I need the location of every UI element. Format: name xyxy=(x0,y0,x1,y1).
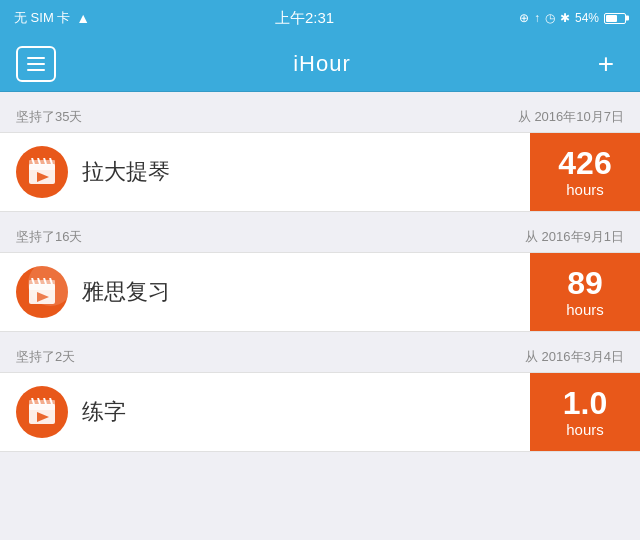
activity-left-1: 雅思复习 xyxy=(0,266,530,318)
arrow-icon: ↑ xyxy=(534,11,540,25)
group-date-0: 从 2016年10月7日 xyxy=(518,108,624,126)
svg-rect-9 xyxy=(29,284,55,290)
svg-line-10 xyxy=(32,278,34,284)
group-days-0: 坚持了35天 xyxy=(16,108,82,126)
status-bar: 无 SIM 卡 ▲ 上午2:31 ⊕ ↑ ◷ ✱ 54% xyxy=(0,0,640,36)
svg-rect-6 xyxy=(29,160,55,165)
status-left: 无 SIM 卡 ▲ xyxy=(14,9,90,27)
activity-name-1: 雅思复习 xyxy=(82,277,170,307)
activity-group-1: 坚持了16天 从 2016年9月1日 xyxy=(0,222,640,332)
hours-label-1: hours xyxy=(566,301,604,318)
activity-group-0: 坚持了35天 从 2016年10月7日 xyxy=(0,102,640,212)
app-title: iHour xyxy=(293,51,351,77)
activity-card-1[interactable]: 雅思复习 89 hours xyxy=(0,252,640,332)
activity-card-0[interactable]: 拉大提琴 426 hours xyxy=(0,132,640,212)
activity-hours-1: 89 hours xyxy=(530,252,640,332)
hours-number-1: 89 xyxy=(567,266,603,301)
menu-button[interactable] xyxy=(16,46,56,82)
clapper-icon-0 xyxy=(16,146,68,198)
svg-rect-14 xyxy=(29,280,55,285)
activity-card-2[interactable]: 练字 1.0 hours xyxy=(0,372,640,452)
svg-line-12 xyxy=(44,278,46,284)
activity-hours-0: 426 hours xyxy=(530,132,640,212)
svg-line-11 xyxy=(38,278,40,284)
wifi-icon: ▲ xyxy=(76,10,90,26)
activity-group-2: 坚持了2天 从 2016年3月4日 xyxy=(0,342,640,452)
activity-name-2: 练字 xyxy=(82,397,126,427)
svg-rect-22 xyxy=(29,400,55,405)
group-date-2: 从 2016年3月4日 xyxy=(525,348,624,366)
clapper-icon-2 xyxy=(16,386,68,438)
activity-hours-2: 1.0 hours xyxy=(530,372,640,452)
add-button[interactable]: + xyxy=(588,46,624,82)
hours-label-0: hours xyxy=(566,181,604,198)
hours-number-2: 1.0 xyxy=(563,386,607,421)
svg-line-13 xyxy=(50,278,52,284)
svg-rect-8 xyxy=(29,284,55,304)
status-time: 上午2:31 xyxy=(275,9,334,28)
location-icon: ⊕ xyxy=(519,11,529,25)
nav-bar: iHour + xyxy=(0,36,640,92)
activity-name-0: 拉大提琴 xyxy=(82,157,170,187)
menu-icon xyxy=(27,57,45,71)
battery-percent: 54% xyxy=(575,11,599,25)
clapper-icon-1 xyxy=(16,266,68,318)
group-days-1: 坚持了16天 xyxy=(16,228,82,246)
group-days-2: 坚持了2天 xyxy=(16,348,75,366)
activity-left-2: 练字 xyxy=(0,386,530,438)
content-area: 坚持了35天 从 2016年10月7日 xyxy=(0,92,640,472)
group-header-1: 坚持了16天 从 2016年9月1日 xyxy=(0,222,640,252)
bluetooth-icon: ✱ xyxy=(560,11,570,25)
hours-label-2: hours xyxy=(566,421,604,438)
group-date-1: 从 2016年9月1日 xyxy=(525,228,624,246)
group-header-2: 坚持了2天 从 2016年3月4日 xyxy=(0,342,640,372)
status-right: ⊕ ↑ ◷ ✱ 54% xyxy=(519,11,626,25)
group-header-0: 坚持了35天 从 2016年10月7日 xyxy=(0,102,640,132)
battery-icon xyxy=(604,13,626,24)
svg-marker-15 xyxy=(37,292,49,302)
carrier-text: 无 SIM 卡 xyxy=(14,9,70,27)
activity-left-0: 拉大提琴 xyxy=(0,146,530,198)
alarm-icon: ◷ xyxy=(545,11,555,25)
hours-number-0: 426 xyxy=(558,146,611,181)
